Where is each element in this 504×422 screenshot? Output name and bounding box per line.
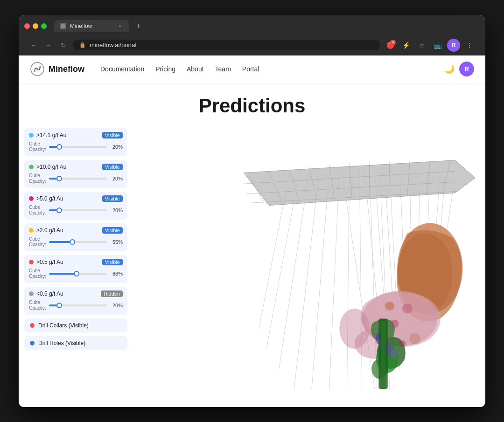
layer-visibility-6[interactable]: Hidden [101,291,123,297]
site-logo[interactable]: Mineflow [30,62,84,76]
opacity-slider-6[interactable] [49,304,107,306]
toolbar-actions: 🔴 4 ⚡ ☆ 📺 R ⋮ [384,39,476,52]
layer-opacity-row-1: CubeOpacity: 20% [29,141,123,152]
opacity-thumb-5[interactable] [74,271,79,277]
layer-visibility-5[interactable]: Visible [102,259,123,265]
layer-card-6: <0.5 g/t Au Hidden CubeOpacity: 20% [24,287,127,315]
svg-point-44 [339,308,370,348]
opacity-value-6: 20% [110,303,123,308]
opacity-value-4: 55% [110,239,123,245]
forward-button[interactable]: → [43,40,54,51]
opacity-thumb-3[interactable] [56,208,62,213]
address-text: mineflow.ai/portal [90,42,136,48]
layer-dot-1 [29,133,34,138]
opacity-slider-3[interactable] [49,209,107,211]
drill-dot-2 [30,341,35,346]
opacity-track-5 [49,273,77,275]
layer-label-2: >10.0 g/t Au [36,164,99,170]
layer-card-2: >10.0 g/t Au Visible CubeOpacity: 20% [24,160,127,188]
opacity-thumb-1[interactable] [56,144,62,150]
layer-card-1: >14.1 g/t Au Visible CubeOpacity: 20% [24,128,127,156]
opacity-track-4 [49,241,72,243]
opacity-value-5: 66% [110,271,123,277]
opacity-thumb-2[interactable] [56,176,62,181]
traffic-light-red[interactable] [24,23,30,29]
drill-dot-1 [30,323,35,328]
opacity-label-5: CubeOpacity: [29,268,46,279]
svg-point-50 [391,319,399,327]
layer-opacity-row-4: CubeOpacity: 55% [29,236,123,248]
extensions-icon[interactable]: 🔴 4 [384,39,397,52]
3d-visualization [133,125,485,407]
traffic-light-yellow[interactable] [33,23,38,29]
extension-badge: 4 [390,40,396,45]
layer-label-6: <0.5 g/t Au [36,291,98,297]
svg-point-3 [36,68,38,70]
opacity-label-3: CubeOpacity: [29,205,46,216]
cast-icon[interactable]: 📺 [431,39,444,52]
drill-card-1[interactable]: Drill Collars (Visible) [24,318,127,332]
opacity-slider-5[interactable] [49,273,107,275]
dark-mode-toggle[interactable]: 🌙 [444,64,455,74]
opacity-slider-1[interactable] [49,146,107,148]
nav-pricing[interactable]: Pricing [151,62,180,76]
layer-dot-3 [29,196,34,201]
opacity-value-2: 20% [110,176,123,181]
layer-header-4: >2.0 g/t Au Visible [29,227,123,234]
tab-title: Mineflow [70,23,92,29]
layer-visibility-2[interactable]: Visible [102,164,123,170]
nav-about[interactable]: About [182,62,209,76]
layer-label-4: >2.0 g/t Au [36,227,99,234]
layer-opacity-row-3: CubeOpacity: 20% [29,205,123,216]
reload-button[interactable]: ↻ [58,40,69,51]
layer-label-1: >14.1 g/t Au [36,132,99,138]
layer-opacity-row-5: CubeOpacity: 66% [29,268,123,279]
traffic-light-green[interactable] [41,23,47,29]
bookmark-icon[interactable]: ☆ [415,39,428,52]
svg-point-54 [409,333,420,344]
opacity-label-4: CubeOpacity: [29,236,46,248]
opacity-label-2: CubeOpacity: [29,173,46,184]
viz-canvas[interactable] [133,125,485,407]
back-button[interactable]: ← [28,40,39,51]
opacity-thumb-6[interactable] [56,303,62,308]
nav-actions: 🌙 R [444,62,474,76]
layer-header-5: >0.5 g/t Au Visible [29,259,123,265]
opacity-label-6: CubeOpacity: [29,300,46,311]
profile-icon[interactable]: ⚡ [399,39,413,52]
layer-dot-2 [29,165,34,169]
nav-documentation[interactable]: Documentation [96,62,149,76]
layer-dot-4 [29,228,34,233]
browser-window: Mineflow × + ← → ↻ 🔒 mineflow.ai/portal … [19,15,485,407]
drill-label-2: Drill Holes (Visible) [38,340,85,346]
layer-header-6: <0.5 g/t Au Hidden [29,291,123,297]
nav-portal[interactable]: Portal [238,62,264,76]
page-title: Predictions [19,83,485,125]
traffic-lights [24,23,47,29]
layer-visibility-3[interactable]: Visible [102,195,123,202]
layer-visibility-1[interactable]: Visible [102,132,123,138]
tab-close-button[interactable]: × [117,23,123,29]
layer-header-1: >14.1 g/t Au Visible [29,132,123,138]
more-button[interactable]: ⋮ [463,39,476,52]
nav-user-avatar[interactable]: R [459,62,474,76]
new-tab-button[interactable]: + [133,20,144,32]
browser-tab[interactable]: Mineflow × [54,20,129,32]
layer-visibility-4[interactable]: Visible [102,227,123,234]
opacity-label-1: CubeOpacity: [29,141,46,152]
svg-point-4 [39,66,41,68]
svg-point-53 [385,301,394,310]
drill-card-2[interactable]: Drill Holes (Visible) [24,336,127,350]
opacity-slider-4[interactable] [49,241,107,243]
address-bar[interactable]: 🔒 mineflow.ai/portal [73,40,380,50]
opacity-thumb-4[interactable] [70,239,75,245]
browser-user-avatar[interactable]: R [447,39,460,52]
svg-point-48 [391,348,397,359]
opacity-slider-2[interactable] [49,178,107,180]
page-content: Mineflow Documentation Pricing About Tea… [19,55,485,407]
visualization-area: >14.1 g/t Au Visible CubeOpacity: 20% >1… [19,125,485,407]
layer-card-5: >0.5 g/t Au Visible CubeOpacity: 66% [24,255,127,283]
browser-chrome: Mineflow × + ← → ↻ 🔒 mineflow.ai/portal … [19,15,485,55]
logo-icon [30,62,45,76]
nav-team[interactable]: Team [210,62,236,76]
